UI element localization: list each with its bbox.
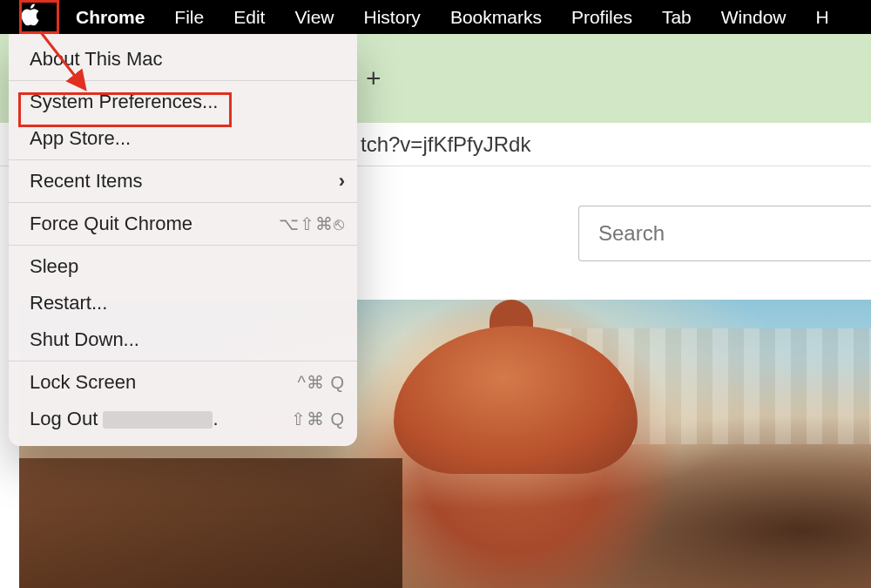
menu-restart[interactable]: Restart... <box>9 285 357 321</box>
menubar: Chrome File Edit View History Bookmarks … <box>0 0 871 34</box>
menu-separator <box>9 202 357 203</box>
menu-label: Shut Down... <box>30 328 139 351</box>
menubar-cut[interactable]: H <box>801 0 844 34</box>
menu-separator <box>9 159 357 160</box>
shortcut-text: ^⌘ Q <box>298 372 346 393</box>
menu-label: Log Out . <box>30 408 219 430</box>
chevron-right-icon: › <box>339 170 345 193</box>
menubar-tab[interactable]: Tab <box>647 0 706 34</box>
apple-menu-dropdown: About This Mac System Preferences... App… <box>9 34 357 446</box>
menu-separator <box>9 361 357 362</box>
menu-label: Force Quit Chrome <box>30 213 192 235</box>
shortcut-text: ⌥⇧⌘⎋ <box>279 213 345 234</box>
menu-about-this-mac[interactable]: About This Mac <box>9 41 357 78</box>
menu-lock-screen[interactable]: Lock Screen ^⌘ Q <box>9 364 357 401</box>
search-input[interactable] <box>598 221 852 246</box>
menubar-bookmarks[interactable]: Bookmarks <box>436 0 557 34</box>
menubar-app-name[interactable]: Chrome <box>61 0 159 34</box>
menu-log-out[interactable]: Log Out . ⇧⌘ Q <box>9 401 357 437</box>
url-text: tch?v=jfKfPfyJRdk <box>361 132 530 157</box>
menubar-edit[interactable]: Edit <box>219 0 280 34</box>
menu-label: System Preferences... <box>30 91 218 113</box>
apple-menu-button[interactable] <box>0 0 61 34</box>
menu-separator <box>9 245 357 246</box>
shortcut-text: ⇧⌘ Q <box>291 409 345 429</box>
new-tab-button[interactable]: + <box>366 64 381 93</box>
redacted-username <box>103 411 213 429</box>
desk-illustration <box>19 458 402 588</box>
menubar-file[interactable]: File <box>159 0 219 34</box>
menu-label: About This Mac <box>30 48 162 71</box>
menu-label: App Store... <box>30 127 131 150</box>
search-box[interactable] <box>578 206 871 261</box>
menubar-profiles[interactable]: Profiles <box>557 0 647 34</box>
menubar-history[interactable]: History <box>349 0 436 34</box>
menu-system-preferences[interactable]: System Preferences... <box>9 84 357 120</box>
menu-label: Restart... <box>30 292 107 314</box>
menu-label: Recent Items <box>30 170 143 193</box>
menu-sleep[interactable]: Sleep <box>9 248 357 285</box>
menu-label: Lock Screen <box>30 371 136 394</box>
menubar-window[interactable]: Window <box>706 0 801 34</box>
menu-app-store[interactable]: App Store... <box>9 120 357 157</box>
menu-separator <box>9 80 357 81</box>
menu-label: Sleep <box>30 255 78 278</box>
menu-force-quit[interactable]: Force Quit Chrome ⌥⇧⌘⎋ <box>9 206 357 242</box>
menu-shut-down[interactable]: Shut Down... <box>9 321 357 358</box>
apple-logo-icon <box>21 3 41 30</box>
menubar-view[interactable]: View <box>280 0 348 34</box>
lamp-illustration <box>394 300 638 491</box>
menu-recent-items[interactable]: Recent Items › <box>9 163 357 199</box>
